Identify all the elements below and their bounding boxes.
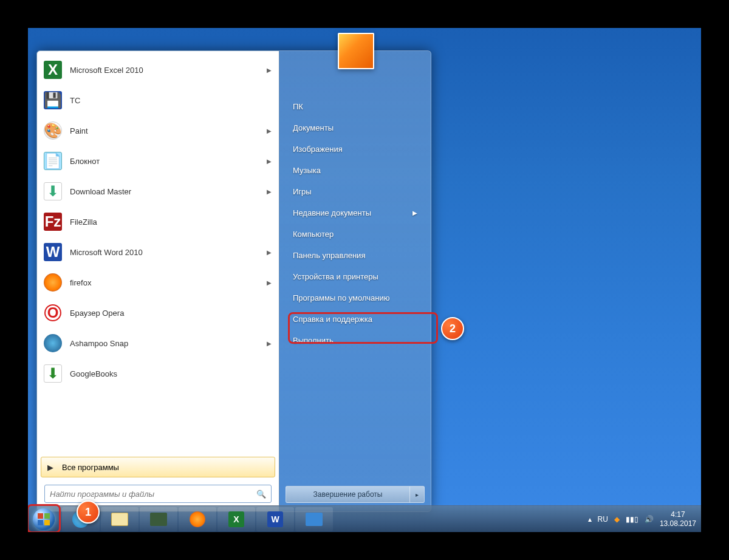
right-panel-item[interactable]: Панель управления — [286, 245, 425, 266]
right-item-label: ПК — [293, 102, 303, 111]
chevron-right-icon: ▶ — [267, 188, 272, 195]
program-item-word[interactable]: WMicrosoft Word 2010▶ — [38, 237, 278, 267]
taskbar-explorer[interactable] — [101, 507, 139, 531]
program-item-opera[interactable]: OБраузер Opera — [38, 298, 278, 328]
program-label: firefox — [70, 278, 267, 287]
chevron-right-icon: ▶ — [267, 249, 272, 256]
right-item-label: Справка и поддержка — [293, 315, 372, 324]
all-programs-label: Все программы — [62, 463, 119, 472]
shutdown-options-arrow[interactable]: ▸ — [409, 487, 424, 502]
right-item-label: Игры — [293, 187, 312, 196]
start-button[interactable] — [29, 507, 58, 531]
right-panel-item[interactable]: Компьютер — [286, 224, 425, 245]
chevron-right-icon: ▶ — [267, 158, 272, 165]
right-panel-item[interactable]: Игры — [286, 181, 425, 202]
firefox-icon — [42, 271, 64, 293]
paint-icon: 🎨 — [42, 120, 64, 142]
right-panel-item[interactable]: Устройства и принтеры — [286, 266, 425, 287]
annotation-badge-2: 2 — [441, 317, 464, 340]
program-label: Paint — [70, 126, 267, 135]
right-item-label: Устройства и принтеры — [293, 272, 378, 281]
taskbar-app[interactable] — [140, 507, 177, 531]
user-picture[interactable] — [338, 33, 374, 69]
program-label: TC — [70, 96, 272, 105]
taskbar-control-panel[interactable] — [295, 507, 333, 531]
tray-icon[interactable]: ◆ — [614, 515, 620, 524]
chevron-right-icon: ▶ — [267, 128, 272, 134]
program-label: Microsoft Word 2010 — [70, 248, 267, 257]
taskbar-excel[interactable]: X — [217, 507, 255, 531]
program-item-filezilla[interactable]: FzFileZilla — [38, 207, 278, 237]
program-item-notepad[interactable]: 📄Блокнот▶ — [38, 146, 278, 176]
taskbar-word[interactable]: W — [256, 507, 294, 531]
dm-icon: ⬇ — [42, 180, 64, 202]
all-programs-button[interactable]: ▶ Все программы — [41, 457, 275, 477]
program-label: Ashampoo Snap — [70, 339, 267, 348]
chevron-right-icon: ▶ — [267, 340, 272, 347]
right-item-label: Недавние документы — [293, 208, 371, 217]
right-item-label: Компьютер — [293, 230, 334, 239]
network-icon[interactable]: ▮▮▯ — [626, 515, 638, 524]
program-label: Блокнот — [70, 157, 267, 166]
opera-icon: O — [42, 302, 64, 324]
gbooks-icon: ⬇ — [42, 363, 64, 384]
program-label: GoogleBooks — [70, 369, 272, 378]
search-box[interactable]: 🔍 — [44, 485, 272, 503]
program-item-snap[interactable]: Ashampoo Snap▶ — [38, 328, 278, 358]
search-icon[interactable]: 🔍 — [256, 490, 266, 499]
shutdown-label[interactable]: Завершение работы — [286, 487, 409, 502]
program-label: Download Master — [70, 187, 267, 196]
chevron-right-icon: ▶ — [267, 67, 272, 73]
right-item-label: Выполнить... — [293, 336, 340, 345]
taskbar-firefox[interactable] — [179, 507, 216, 531]
program-item-excel[interactable]: XMicrosoft Excel 2010▶ — [38, 55, 278, 85]
program-item-paint[interactable]: 🎨Paint▶ — [38, 115, 278, 146]
tc-icon: 💾 — [42, 89, 64, 111]
right-panel-item[interactable]: Изображения — [286, 138, 425, 160]
triangle-right-icon: ▶ — [47, 463, 53, 472]
right-item-label: Программы по умолчанию — [293, 293, 389, 302]
clock[interactable]: 4:17 13.08.2017 — [660, 510, 696, 528]
right-item-label: Документы — [293, 123, 334, 132]
system-tray: ▴ RU ◆ ▮▮▯ 🔊 4:17 13.08.2017 — [588, 510, 701, 528]
volume-icon[interactable]: 🔊 — [645, 515, 654, 524]
chevron-right-icon: ▶ — [412, 210, 417, 216]
right-panel-item[interactable]: Справка и поддержка — [286, 309, 425, 330]
filezilla-icon: Fz — [42, 211, 64, 233]
tray-expand-icon[interactable]: ▴ — [588, 515, 592, 524]
right-panel-item[interactable]: Выполнить... — [286, 330, 425, 351]
clock-time: 4:17 — [660, 510, 696, 519]
right-item-label: Изображения — [293, 145, 343, 154]
start-menu-left-panel: XMicrosoft Excel 2010▶💾TC🎨Paint▶📄Блокнот… — [36, 50, 279, 512]
right-panel-item[interactable]: ПК — [286, 96, 425, 117]
windows-orb-icon — [33, 508, 55, 530]
program-label: FileZilla — [70, 217, 272, 227]
desktop: XMicrosoft Excel 2010▶💾TC🎨Paint▶📄Блокнот… — [28, 28, 701, 532]
chevron-right-icon: ▶ — [267, 279, 272, 286]
excel-icon: X — [42, 59, 64, 81]
notepad-icon: 📄 — [42, 150, 64, 172]
right-panel-item[interactable]: Музыка — [286, 160, 425, 181]
program-label: Microsoft Excel 2010 — [70, 66, 267, 75]
right-item-label: Музыка — [293, 166, 321, 175]
snap-icon — [42, 332, 64, 354]
taskbar: X W ▴ RU ◆ ▮▮▯ 🔊 4:17 13.08.2017 — [28, 505, 701, 532]
program-list: XMicrosoft Excel 2010▶💾TC🎨Paint▶📄Блокнот… — [37, 51, 279, 456]
language-indicator[interactable]: RU — [598, 515, 608, 524]
shutdown-button[interactable]: Завершение работы ▸ — [286, 486, 425, 503]
right-panel-item[interactable]: Недавние документы▶ — [286, 202, 425, 224]
right-panel-item[interactable]: Программы по умолчанию — [286, 287, 425, 309]
program-item-firefox[interactable]: firefox▶ — [38, 267, 278, 298]
word-icon: W — [42, 241, 64, 263]
program-item-tc[interactable]: 💾TC — [38, 85, 278, 115]
start-menu: XMicrosoft Excel 2010▶💾TC🎨Paint▶📄Блокнот… — [36, 50, 431, 512]
right-panel-item[interactable]: Документы — [286, 117, 425, 138]
annotation-badge-1: 1 — [77, 500, 100, 524]
clock-date: 13.08.2017 — [660, 519, 696, 528]
program-label: Браузер Opera — [70, 309, 272, 318]
right-item-label: Панель управления — [293, 251, 365, 260]
search-input[interactable] — [50, 490, 256, 499]
program-item-dm[interactable]: ⬇Download Master▶ — [38, 176, 278, 207]
start-menu-right-panel: ПКДокументыИзображенияМузыкаИгрыНедавние… — [279, 50, 431, 512]
program-item-gbooks[interactable]: ⬇GoogleBooks — [38, 358, 278, 389]
